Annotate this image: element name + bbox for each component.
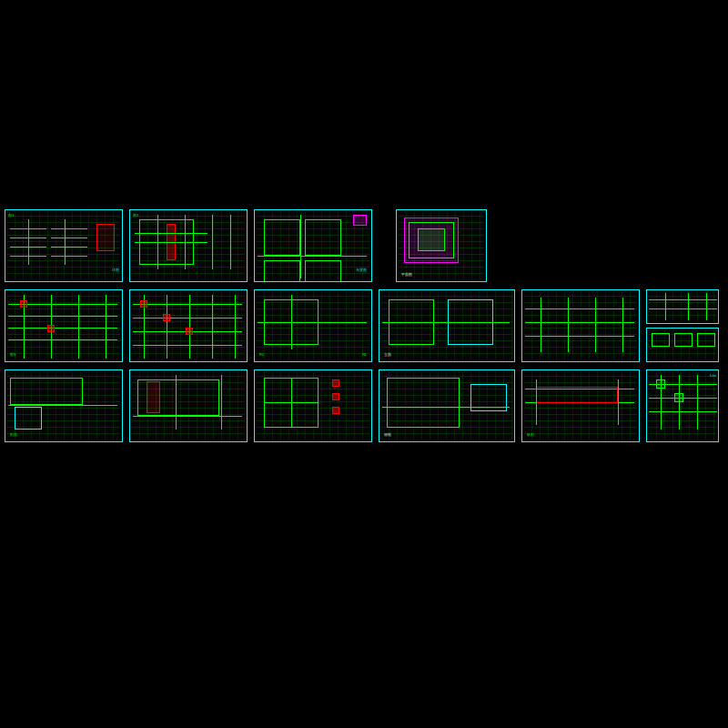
can-label: Can <box>710 373 716 378</box>
cad-sheet-8[interactable]: 立面 <box>379 289 515 362</box>
main-container: 图1 详图 图2 布置图 <box>0 0 728 728</box>
cad-sheet-12[interactable]: 剖面 <box>5 369 123 442</box>
cad-sheet-13[interactable] <box>129 369 248 442</box>
cad-sheet-4[interactable]: 平面图 <box>396 209 487 282</box>
cad-sheet-3[interactable]: 布置图 <box>254 209 372 282</box>
cad-sheet-9[interactable] <box>521 289 640 362</box>
cad-sheet-11[interactable] <box>646 328 719 362</box>
cad-sheet-16[interactable]: 纵剖 <box>521 369 640 442</box>
cad-sheet-10[interactable] <box>646 289 719 324</box>
cad-sheet-17-can[interactable]: Can <box>646 369 719 442</box>
cad-sheet-2[interactable]: 图2 <box>129 209 248 282</box>
cad-sheet-6[interactable] <box>129 289 248 362</box>
cad-sheet-7[interactable]: M1 M2 <box>254 289 372 362</box>
cad-sheet-1[interactable]: 图1 详图 <box>5 209 123 282</box>
cad-sheet-5[interactable]: 图5 <box>5 289 123 362</box>
cad-sheet-14[interactable] <box>254 369 372 442</box>
cad-sheet-15[interactable]: 俯视 <box>379 369 515 442</box>
